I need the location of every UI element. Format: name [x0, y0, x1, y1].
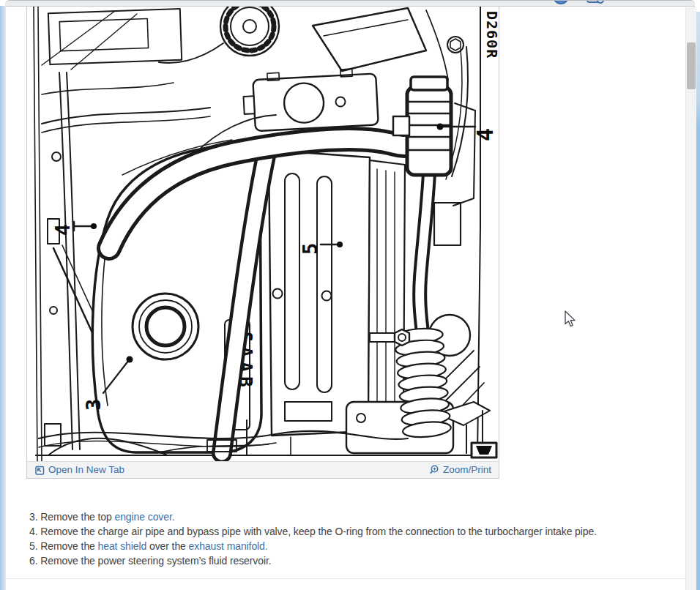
- zoom-magnifier-icon: [429, 465, 439, 475]
- step-text: Remove the charge air pipe and bypass pi…: [40, 526, 597, 537]
- user-avatar-icon[interactable]: [553, 0, 569, 4]
- mouse-cursor: [565, 310, 576, 328]
- scan-corner-mark: [472, 443, 496, 458]
- step-link[interactable]: exhaust manifold.: [189, 540, 268, 552]
- scrollbar-thumb[interactable]: [687, 42, 696, 89]
- step-line: 6. Remove the power steering system’s fl…: [29, 553, 659, 568]
- window-edge-right: [696, 12, 700, 590]
- chat-icon[interactable]: [587, 0, 603, 3]
- steps-list: 3. Remove the top engine cover.4. Remove…: [29, 509, 659, 568]
- page-scrollbar[interactable]: [685, 7, 696, 590]
- zoom-print-link[interactable]: Zoom/Print: [429, 465, 491, 475]
- step-link[interactable]: engine cover.: [115, 511, 175, 523]
- step-text: Remove the top: [40, 511, 114, 523]
- engine-diagram-image: SAAB: [27, 7, 499, 461]
- step-number: 3.: [29, 511, 40, 523]
- open-in-new-tab-link[interactable]: Open In New Tab: [34, 465, 124, 475]
- step-number: 4.: [29, 526, 40, 537]
- step-text: Remove the: [40, 540, 97, 552]
- step-number: 6.: [29, 555, 40, 567]
- viewer-footer-bar: Open In New Tab Zoom/Print: [27, 461, 499, 478]
- callout-4-right: 4: [472, 128, 498, 141]
- step-line: 3. Remove the top engine cover.: [29, 509, 659, 524]
- section-divider: [6, 578, 685, 579]
- diagram-viewer: SAAB: [26, 6, 499, 479]
- open-in-new-tab-label: Open In New Tab: [48, 465, 124, 475]
- callout-5: 5: [299, 243, 321, 255]
- figure-code-label: D260R: [483, 11, 499, 59]
- step-text: over the: [146, 540, 188, 552]
- window-edge-left: [0, 6, 6, 590]
- step-text: Remove the power steering system’s fluid…: [40, 555, 271, 567]
- callout-4-left: 4: [51, 224, 74, 236]
- open-in-new-tab-icon: [34, 465, 45, 475]
- step-number: 5.: [29, 540, 40, 552]
- step-link[interactable]: heat shield: [98, 540, 147, 552]
- step-line: 4. Remove the charge air pipe and bypass…: [29, 524, 659, 539]
- callout-3: 3: [82, 399, 105, 411]
- zoom-print-label: Zoom/Print: [443, 465, 491, 475]
- step-line: 5. Remove the heat shield over the exhau…: [29, 539, 659, 553]
- engine-line-drawing: SAAB: [27, 7, 499, 461]
